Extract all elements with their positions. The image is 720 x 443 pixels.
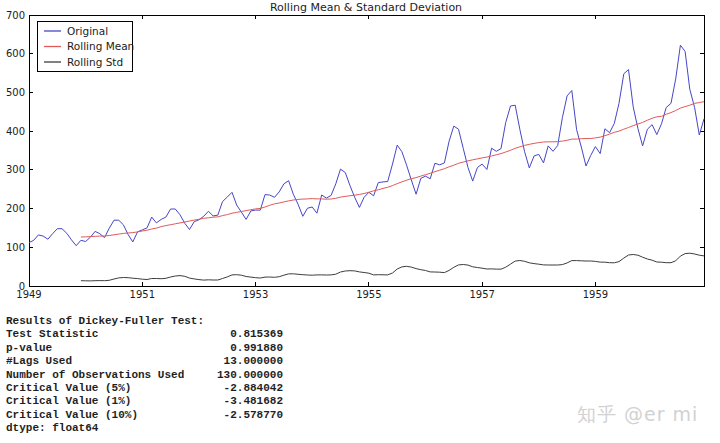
data-lines <box>29 45 704 281</box>
x-tick-label: 1953 <box>243 289 268 300</box>
result-label: Critical Value (10%) <box>6 409 138 422</box>
results-rows: Test Statistic0.815369p-value0.991880#La… <box>6 328 283 422</box>
x-tick-label: 1955 <box>356 289 381 300</box>
result-label: Critical Value (5%) <box>6 382 131 395</box>
original-line <box>29 45 704 246</box>
chart-title: Rolling Mean & Standard Deviation <box>270 1 462 14</box>
result-label: Test Statistic <box>6 328 98 341</box>
result-value: 0.991880 <box>230 342 283 355</box>
result-label: #Lags Used <box>6 355 72 368</box>
result-row: Critical Value (10%)-2.578770 <box>6 409 283 422</box>
y-tick-label: 200 <box>6 203 25 214</box>
result-row: p-value0.991880 <box>6 342 283 355</box>
y-tick-label: 600 <box>6 48 25 59</box>
result-value: 0.815369 <box>230 328 283 341</box>
y-tick-label: 100 <box>6 242 25 253</box>
y-tick-label: 300 <box>6 164 25 175</box>
y-tick-label: 700 <box>6 10 25 21</box>
results-footer: dtype: float64 <box>6 422 283 435</box>
result-value: -2.578770 <box>224 409 283 422</box>
x-tick-label: 1957 <box>469 289 494 300</box>
result-row: #Lags Used13.000000 <box>6 355 283 368</box>
chart-svg: Rolling Mean & Standard Deviation 010020… <box>0 0 720 305</box>
dickey-fuller-results: Results of Dickey-Fuller Test: Test Stat… <box>6 315 283 436</box>
results-title: Results of Dickey-Fuller Test: <box>6 315 283 328</box>
legend-label-rolling-mean: Rolling Mean <box>67 40 134 52</box>
result-label: Critical Value (1%) <box>6 395 131 408</box>
result-value: 130.000000 <box>217 369 283 382</box>
watermark: 知乎 @er mi <box>577 402 698 428</box>
result-value: -3.481682 <box>224 395 283 408</box>
result-value: -2.884042 <box>224 382 283 395</box>
result-row: Critical Value (5%)-2.884042 <box>6 382 283 395</box>
rolling-std-line <box>81 253 704 281</box>
result-row: Critical Value (1%)-3.481682 <box>6 395 283 408</box>
x-tick-label: 1959 <box>583 289 608 300</box>
x-tick-label: 1949 <box>16 289 41 300</box>
y-tick-label: 400 <box>6 126 25 137</box>
y-tick-label: 500 <box>6 87 25 98</box>
result-row: Test Statistic0.815369 <box>6 328 283 341</box>
result-label: Number of Observations Used <box>6 369 184 382</box>
rolling-mean-line <box>81 102 704 237</box>
notebook-output: Rolling Mean & Standard Deviation 010020… <box>0 0 720 443</box>
x-tick-label: 1951 <box>130 289 155 300</box>
result-value: 13.000000 <box>224 355 283 368</box>
legend-box: Original Rolling Mean Rolling Std <box>37 21 134 71</box>
legend-label-rolling-std: Rolling Std <box>67 56 123 68</box>
legend-label-original: Original <box>67 25 108 37</box>
result-label: p-value <box>6 342 52 355</box>
result-row: Number of Observations Used130.000000 <box>6 369 283 382</box>
